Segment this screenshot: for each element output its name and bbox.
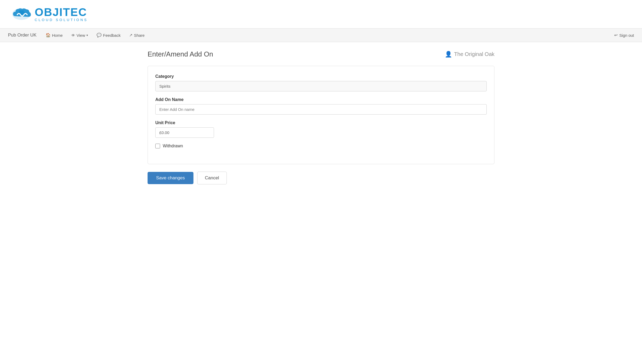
- navbar-items: 🏠 Home 👁 View ▾ 💬 Feedback ↗ Share: [42, 31, 614, 40]
- nav-item-share[interactable]: ↗ Share: [125, 31, 148, 40]
- category-label: Category: [155, 74, 487, 79]
- logo-area: OBJITEC CLOUD SOLUTIONS: [0, 0, 642, 28]
- share-icon: ↗: [129, 33, 133, 38]
- signout-button[interactable]: ↩ Sign out: [614, 33, 634, 38]
- page-header: Enter/Amend Add On 👤 The Original Oak: [148, 50, 494, 58]
- unit-price-label: Unit Price: [155, 120, 487, 125]
- comment-icon: 💬: [97, 33, 102, 38]
- nav-label-share: Share: [134, 33, 145, 38]
- svg-rect-3: [21, 13, 22, 14]
- eye-icon: 👁: [71, 33, 75, 38]
- nav-label-home: Home: [52, 33, 63, 38]
- logo-sub: CLOUD SOLUTIONS: [35, 18, 88, 22]
- navbar-brand: Pub Order UK: [8, 33, 37, 38]
- navbar: Pub Order UK 🏠 Home 👁 View ▾ 💬 Feedback …: [0, 28, 642, 42]
- nav-item-feedback[interactable]: 💬 Feedback: [93, 31, 124, 40]
- addon-name-label: Add On Name: [155, 97, 487, 102]
- navbar-right: ↩ Sign out: [614, 33, 634, 38]
- addon-name-group: Add On Name: [155, 97, 487, 115]
- withdrawn-checkbox[interactable]: [155, 144, 160, 148]
- unit-price-group: Unit Price: [155, 120, 487, 138]
- svg-rect-4: [23, 13, 24, 14]
- nav-label-feedback: Feedback: [103, 33, 121, 38]
- page-container: Enter/Amend Add On 👤 The Original Oak Ca…: [137, 42, 505, 198]
- signout-label: Sign out: [619, 33, 634, 38]
- venue-info: 👤 The Original Oak: [445, 51, 494, 58]
- logo-name: OBJITEC: [35, 7, 88, 18]
- cancel-button[interactable]: Cancel: [197, 172, 227, 184]
- logo-icon: [11, 5, 32, 23]
- category-group: Category: [155, 74, 487, 91]
- withdrawn-label[interactable]: Withdrawn: [163, 144, 183, 148]
- user-icon: 👤: [445, 51, 452, 58]
- actions-bar: Save changes Cancel: [148, 172, 494, 190]
- signout-icon: ↩: [614, 33, 618, 38]
- nav-item-home[interactable]: 🏠 Home: [42, 31, 66, 40]
- form-card: Category Add On Name Unit Price Withdraw…: [148, 66, 494, 164]
- chevron-down-icon: ▾: [86, 34, 88, 37]
- nav-label-view: View: [77, 33, 85, 38]
- unit-price-input[interactable]: [155, 127, 214, 138]
- venue-name: The Original Oak: [454, 51, 494, 57]
- category-input[interactable]: [155, 81, 487, 91]
- home-icon: 🏠: [46, 33, 51, 38]
- addon-name-input[interactable]: [155, 104, 487, 115]
- nav-item-view[interactable]: 👁 View ▾: [68, 31, 92, 40]
- save-button[interactable]: Save changes: [148, 172, 193, 184]
- withdrawn-group: Withdrawn: [155, 144, 487, 148]
- page-title: Enter/Amend Add On: [148, 50, 213, 58]
